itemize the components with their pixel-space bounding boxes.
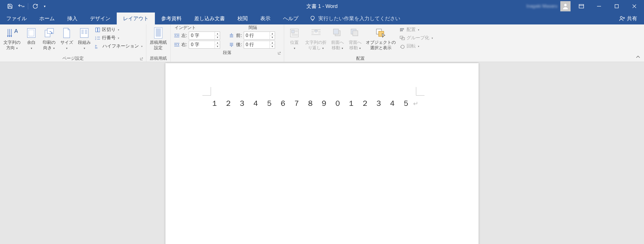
spacing-before-field[interactable] — [244, 32, 270, 39]
qat-customize-icon: ▾ — [44, 4, 46, 8]
tab-references[interactable]: 参考資料 — [155, 13, 188, 24]
minimize-button[interactable] — [590, 0, 608, 13]
position-icon — [289, 28, 300, 38]
spacing-after-input[interactable]: ▲▼ — [244, 41, 275, 49]
undo-button[interactable]: ▾ — [16, 2, 26, 11]
tab-design[interactable]: デザイン — [84, 13, 117, 24]
margins-button[interactable]: 余白▾ — [23, 26, 40, 51]
send-backward-button: 背面へ 移動 ▾ — [346, 26, 364, 51]
spin-down[interactable]: ▼ — [270, 36, 275, 40]
tell-me-search[interactable]: 実行したい作業を入力してください — [305, 13, 405, 24]
ribbon: A 文字列の 方向 ▾ 余白▾ 印刷の 向き ▾ サイズ▾ 段組み▾ — [0, 24, 644, 62]
align-icon — [400, 28, 405, 32]
spin-down[interactable]: ▼ — [215, 45, 220, 49]
user-name: Inagaki Masaru — [526, 4, 557, 9]
svg-rect-36 — [154, 28, 162, 38]
maximize-button[interactable] — [608, 0, 625, 13]
tab-insert[interactable]: 挿入 — [61, 13, 84, 24]
size-icon — [62, 27, 71, 39]
svg-rect-81 — [401, 28, 404, 29]
spin-down[interactable]: ▼ — [215, 36, 220, 40]
rotate-icon — [400, 44, 405, 49]
person-icon — [562, 3, 569, 10]
breaks-button[interactable]: 区切り▾ — [93, 26, 144, 33]
tab-view[interactable]: 表示 — [254, 13, 277, 24]
avatar[interactable] — [560, 1, 571, 11]
columns-button[interactable]: 段組み▾ — [76, 26, 93, 51]
svg-rect-27 — [96, 28, 97, 32]
svg-text:A: A — [14, 28, 18, 34]
indent-header: インデント — [175, 25, 226, 30]
spacing-header: 間隔 — [226, 25, 280, 30]
page-setup-launcher[interactable] — [139, 57, 144, 61]
close-button[interactable] — [626, 0, 643, 13]
spacing-after-label: 後: — [236, 42, 242, 48]
line-numbers-button[interactable]: 12 行番号▾ — [93, 34, 144, 42]
save-button[interactable] — [5, 2, 15, 11]
dialog-launcher-icon — [278, 51, 281, 55]
spin-up[interactable]: ▲ — [215, 41, 220, 45]
group-icon — [400, 36, 405, 40]
document-area[interactable]: １２３４５６７８９０１２３４５↵ — [0, 62, 644, 244]
rotate-button: 回転▾ — [398, 43, 435, 50]
spin-down[interactable]: ▼ — [270, 45, 275, 49]
group-button: グループ化▾ — [398, 34, 435, 42]
svg-rect-62 — [292, 30, 294, 33]
bring-forward-icon — [332, 28, 342, 38]
tab-file[interactable]: ファイル — [0, 13, 33, 24]
margin-guide-top-left — [202, 87, 211, 96]
wrap-text-button: 文字列の折 り返し ▾ — [303, 26, 328, 51]
indent-right-field[interactable] — [189, 41, 215, 48]
text-direction-button[interactable]: A 文字列の 方向 ▾ — [2, 26, 22, 51]
tell-me-placeholder: 実行したい作業を入力してください — [318, 15, 400, 22]
close-icon — [632, 4, 637, 9]
selection-pane-button[interactable]: オブジェクトの 選択と表示 — [364, 26, 397, 51]
document-body-text[interactable]: １２３４５６７８９０１２３４５↵ — [211, 98, 418, 108]
spacing-before-input[interactable]: ▲▼ — [244, 32, 275, 40]
tab-layout[interactable]: レイアウト — [117, 13, 155, 24]
manuscript-icon — [153, 27, 163, 39]
spin-up[interactable]: ▲ — [270, 41, 275, 45]
share-label: 共有 — [627, 15, 637, 22]
quick-access-toolbar: ▾ ▾ — [0, 2, 48, 11]
svg-text:2: 2 — [95, 38, 96, 40]
svg-rect-74 — [333, 29, 339, 34]
ribbon-display-options-button[interactable] — [573, 0, 590, 13]
repeat-button[interactable] — [30, 2, 40, 11]
svg-point-0 — [564, 4, 567, 6]
columns-icon — [79, 27, 89, 39]
share-button[interactable]: 共有 — [612, 13, 644, 24]
breaks-icon — [95, 27, 100, 32]
margin-guide-top-right — [416, 87, 424, 96]
size-button[interactable]: サイズ▾ — [58, 26, 75, 51]
tab-mailings[interactable]: 差し込み文書 — [188, 13, 231, 24]
page[interactable]: １２３４５６７８９０１２３４５↵ — [165, 63, 479, 244]
tab-help[interactable]: ヘルプ — [277, 13, 305, 24]
indent-left-field[interactable] — [189, 32, 215, 39]
wrap-text-icon — [310, 28, 322, 38]
orientation-button[interactable]: 印刷の 向き ▾ — [40, 26, 58, 51]
indent-right-icon — [174, 42, 179, 47]
spin-up[interactable]: ▲ — [215, 32, 220, 36]
svg-text:bc: bc — [95, 47, 98, 49]
ribbon-options-icon — [579, 4, 584, 9]
title-right-cluster: Inagaki Masaru — [526, 0, 644, 13]
qat-customize-button[interactable]: ▾ — [41, 2, 48, 11]
send-backward-icon — [350, 28, 360, 38]
text-direction-icon: A — [6, 27, 18, 39]
group-label-arrange: 配置 — [356, 56, 365, 61]
svg-rect-82 — [401, 30, 403, 31]
tab-review[interactable]: 校閲 — [231, 13, 254, 24]
svg-rect-4 — [615, 5, 618, 8]
indent-right-input[interactable]: ▲▼ — [189, 41, 220, 49]
tab-home[interactable]: ホーム — [33, 13, 61, 24]
lightbulb-icon — [310, 15, 315, 22]
spacing-after-field[interactable] — [244, 41, 270, 48]
indent-left-input[interactable]: ▲▼ — [189, 32, 220, 40]
collapse-ribbon-button[interactable] — [635, 54, 641, 60]
share-icon — [619, 15, 625, 22]
paragraph-launcher[interactable] — [277, 51, 282, 55]
spin-up[interactable]: ▲ — [270, 32, 275, 36]
manuscript-settings-button[interactable]: 原稿用紙 設定 — [148, 26, 169, 51]
hyphenation-button[interactable]: a-bc ハイフネーション▾ — [93, 43, 144, 50]
